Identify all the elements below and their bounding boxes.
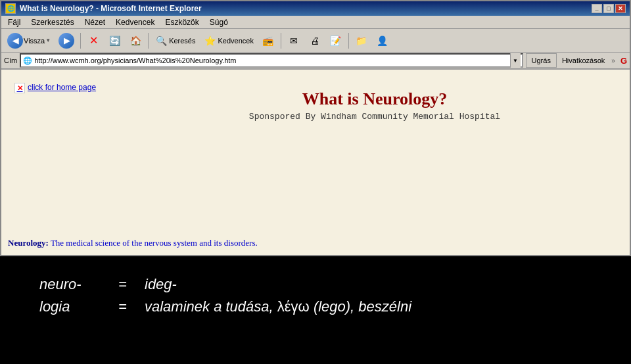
address-bar: Cím 🌐 ▼ Ugrás Hivatkozások » G bbox=[1, 53, 630, 70]
go-button[interactable]: Ugrás bbox=[526, 53, 557, 68]
neuro-prefix: neuro- bbox=[39, 276, 118, 293]
toolbar-separator-2 bbox=[148, 33, 149, 49]
beszelni-word: beszélni bbox=[358, 298, 411, 315]
home-button[interactable]: 🏠 bbox=[126, 32, 145, 50]
menu-tools[interactable]: Eszközök bbox=[161, 17, 202, 28]
menu-favorites[interactable]: Kedvencek bbox=[112, 17, 158, 28]
user-button[interactable]: 👤 bbox=[373, 32, 392, 50]
definition-body: The medical science of the nervous syste… bbox=[49, 238, 258, 248]
close-button[interactable]: ✕ bbox=[615, 4, 626, 13]
definition-term: Neurology: bbox=[8, 238, 49, 248]
page-subtitle: Sponspored By Windham Community Memorial… bbox=[249, 112, 500, 122]
toolbar-separator-4 bbox=[348, 33, 349, 49]
links-button[interactable]: Hivatkozások bbox=[559, 56, 607, 65]
back-button[interactable]: ◀ Vissza ▼ bbox=[4, 32, 54, 50]
definition-area: Neurology: The medical science of the ne… bbox=[8, 238, 623, 248]
back-label: Vissza bbox=[24, 37, 45, 45]
search-icon: 🔍 bbox=[154, 34, 168, 47]
title-bar-icon: 🌐 bbox=[5, 3, 16, 14]
broken-image-icon: ✕ bbox=[14, 83, 25, 93]
window-title: What is Neurology? - Microsoft Internet … bbox=[20, 4, 588, 13]
address-globe-icon: 🌐 bbox=[22, 55, 33, 66]
address-input-wrap[interactable]: 🌐 ▼ bbox=[20, 53, 523, 68]
equals-1: = bbox=[118, 276, 145, 293]
user-icon: 👤 bbox=[376, 34, 389, 47]
logia-text-prefix: valaminek a tudása, bbox=[145, 298, 277, 315]
forward-button[interactable]: ▶ bbox=[55, 32, 78, 50]
address-label: Cím bbox=[4, 57, 17, 64]
toolbar-separator-1 bbox=[80, 33, 81, 49]
page-inner: ✕ click for home page What is Neurology?… bbox=[1, 70, 630, 128]
toolbar: ◀ Vissza ▼ ▶ ✕ 🔄 🏠 🔍 Keresés ⭐ Kedven bbox=[1, 29, 630, 53]
folder-icon: 📁 bbox=[355, 34, 368, 47]
print-icon: 🖨 bbox=[308, 34, 321, 47]
equals-2: = bbox=[118, 298, 145, 315]
title-bar: 🌐 What is Neurology? - Microsoft Interne… bbox=[1, 1, 630, 16]
menu-file[interactable]: Fájl bbox=[4, 17, 24, 28]
media-icon: 📻 bbox=[262, 34, 275, 47]
toolbar-separator-3 bbox=[281, 33, 281, 49]
search-button[interactable]: 🔍 Keresés bbox=[151, 32, 199, 50]
menu-bar: Fájl Szerkesztés Nézet Kedvencek Eszközö… bbox=[1, 16, 630, 29]
address-input[interactable] bbox=[34, 57, 509, 64]
back-dropdown-icon: ▼ bbox=[45, 37, 51, 43]
edit-button[interactable]: 📝 bbox=[326, 32, 346, 50]
media-button[interactable]: 📻 bbox=[258, 32, 278, 50]
links-expand-icon: » bbox=[611, 57, 615, 64]
stop-icon: ✕ bbox=[87, 34, 100, 47]
left-panel: ✕ click for home page bbox=[8, 76, 113, 122]
print-button[interactable]: 🖨 bbox=[305, 32, 325, 50]
ideg-meaning: ideg- bbox=[145, 276, 592, 293]
menu-help[interactable]: Súgó bbox=[206, 17, 232, 28]
broken-x-mark: ✕ bbox=[17, 84, 23, 93]
maximize-button[interactable]: □ bbox=[603, 4, 614, 13]
folders-button[interactable]: 📁 bbox=[352, 32, 371, 50]
page-title: What is Neurology? bbox=[302, 89, 448, 109]
home-page-link[interactable]: ✕ click for home page bbox=[14, 83, 96, 93]
favorites-label: Kedvencek bbox=[218, 37, 253, 45]
refresh-icon: 🔄 bbox=[108, 34, 121, 47]
right-panel: What is Neurology? Sponspored By Windham… bbox=[126, 76, 623, 122]
forward-icon: ▶ bbox=[58, 33, 74, 49]
back-icon: ◀ bbox=[7, 33, 23, 49]
definition-paragraph: Neurology: The medical science of the ne… bbox=[8, 238, 623, 248]
logia-suffix: logia bbox=[39, 298, 118, 315]
mail-icon: ✉ bbox=[287, 34, 300, 47]
bottom-section: neuro- = ideg- logia = valaminek a tudás… bbox=[0, 256, 631, 335]
favorites-icon: ⭐ bbox=[203, 34, 216, 47]
address-dropdown-icon[interactable]: ▼ bbox=[510, 53, 521, 68]
etymology-table: neuro- = ideg- logia = valaminek a tudás… bbox=[39, 276, 592, 315]
browser-window: 🌐 What is Neurology? - Microsoft Interne… bbox=[0, 0, 631, 256]
greek-lambda: λέγω bbox=[277, 298, 310, 315]
favorites-button[interactable]: ⭐ Kedvencek bbox=[200, 32, 256, 50]
mail-button[interactable]: ✉ bbox=[284, 32, 304, 50]
menu-edit[interactable]: Szerkesztés bbox=[27, 17, 78, 28]
logia-meaning: valaminek a tudása, λέγω (lego), beszéln… bbox=[145, 298, 592, 315]
menu-view[interactable]: Nézet bbox=[81, 17, 109, 28]
stop-button[interactable]: ✕ bbox=[83, 32, 103, 50]
home-icon: 🏠 bbox=[129, 34, 142, 47]
lego-paren: (lego), bbox=[310, 298, 359, 315]
window-controls: _ □ ✕ bbox=[592, 4, 626, 13]
search-label: Keresés bbox=[169, 37, 195, 45]
refresh-button[interactable]: 🔄 bbox=[105, 32, 124, 50]
page-content: ✕ click for home page What is Neurology?… bbox=[1, 70, 630, 255]
g-logo: G bbox=[620, 56, 627, 66]
minimize-button[interactable]: _ bbox=[592, 4, 602, 13]
edit-icon: 📝 bbox=[329, 34, 342, 47]
home-page-link-text: click for home page bbox=[28, 83, 96, 92]
